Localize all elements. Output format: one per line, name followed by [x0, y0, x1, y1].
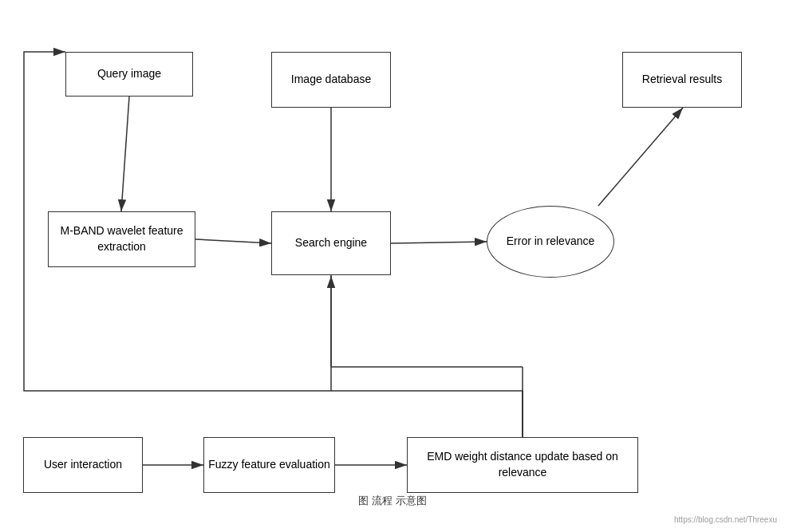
- fuzzy-feature-box: Fuzzy feature evaluation: [203, 437, 335, 493]
- svg-line-2: [121, 97, 129, 211]
- emd-weight-label: EMD weight distance update based on rele…: [408, 449, 637, 480]
- diagram-caption: 图 流程 示意图: [358, 494, 426, 508]
- retrieval-results-box: Retrieval results: [622, 52, 742, 108]
- image-database-box: Image database: [271, 52, 391, 108]
- image-database-label: Image database: [291, 72, 371, 88]
- query-image-box: Query image: [65, 52, 193, 97]
- mband-box: M-BAND wavelet feature extraction: [48, 211, 195, 267]
- user-interaction-label: User interaction: [44, 457, 122, 473]
- search-engine-box: Search engine: [271, 211, 391, 275]
- query-image-label: Query image: [97, 66, 161, 82]
- user-interaction-box: User interaction: [23, 437, 143, 493]
- error-relevance-label: Error in relevance: [507, 234, 595, 250]
- watermark: https://blog.csdn.net/Threexu: [674, 515, 777, 524]
- svg-line-4: [195, 239, 271, 243]
- retrieval-results-label: Retrieval results: [642, 72, 722, 88]
- emd-weight-box: EMD weight distance update based on rele…: [407, 437, 638, 493]
- search-engine-label: Search engine: [295, 235, 367, 251]
- fuzzy-feature-label: Fuzzy feature evaluation: [208, 457, 330, 473]
- svg-line-6: [598, 108, 683, 206]
- svg-line-5: [391, 242, 487, 243]
- diagram-container: Query image Image database Retrieval res…: [0, 0, 785, 532]
- error-relevance-ellipse: Error in relevance: [487, 206, 614, 278]
- mband-label: M-BAND wavelet feature extraction: [49, 223, 195, 254]
